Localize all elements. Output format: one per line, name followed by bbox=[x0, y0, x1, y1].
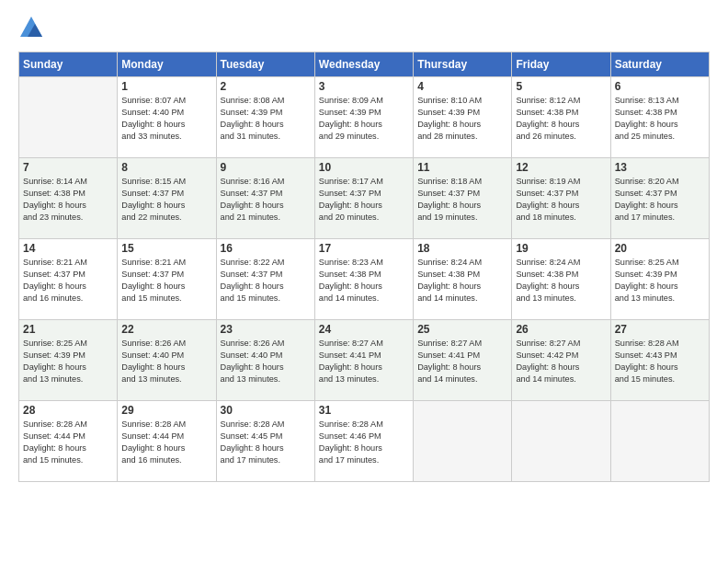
day-info: Sunrise: 8:27 AM Sunset: 4:42 PM Dayligh… bbox=[516, 338, 606, 385]
calendar-cell: 24Sunrise: 8:27 AM Sunset: 4:41 PM Dayli… bbox=[314, 320, 413, 401]
calendar-cell: 4Sunrise: 8:10 AM Sunset: 4:39 PM Daylig… bbox=[414, 77, 512, 158]
calendar-week-row: 14Sunrise: 8:21 AM Sunset: 4:37 PM Dayli… bbox=[19, 239, 710, 320]
day-number: 23 bbox=[221, 323, 311, 336]
calendar-cell: 30Sunrise: 8:28 AM Sunset: 4:45 PM Dayli… bbox=[216, 401, 314, 482]
day-number: 5 bbox=[516, 80, 606, 93]
calendar-cell: 19Sunrise: 8:24 AM Sunset: 4:38 PM Dayli… bbox=[512, 239, 610, 320]
day-info: Sunrise: 8:16 AM Sunset: 4:37 PM Dayligh… bbox=[221, 176, 311, 224]
calendar-cell: 14Sunrise: 8:21 AM Sunset: 4:37 PM Dayli… bbox=[19, 239, 118, 320]
page: SundayMondayTuesdayWednesdayThursdayFrid… bbox=[0, 0, 728, 563]
day-info: Sunrise: 8:07 AM Sunset: 4:40 PM Dayligh… bbox=[121, 95, 211, 143]
day-info: Sunrise: 8:12 AM Sunset: 4:38 PM Dayligh… bbox=[516, 95, 606, 143]
day-number: 4 bbox=[417, 80, 507, 93]
day-info: Sunrise: 8:10 AM Sunset: 4:39 PM Dayligh… bbox=[417, 95, 507, 143]
calendar-week-row: 28Sunrise: 8:28 AM Sunset: 4:44 PM Dayli… bbox=[19, 401, 710, 482]
day-number: 3 bbox=[319, 80, 409, 93]
day-info: Sunrise: 8:28 AM Sunset: 4:44 PM Dayligh… bbox=[23, 419, 113, 466]
day-info: Sunrise: 8:23 AM Sunset: 4:38 PM Dayligh… bbox=[319, 257, 409, 304]
calendar-cell bbox=[512, 401, 610, 482]
day-info: Sunrise: 8:19 AM Sunset: 4:37 PM Dayligh… bbox=[516, 176, 606, 224]
day-info: Sunrise: 8:24 AM Sunset: 4:38 PM Dayligh… bbox=[417, 257, 507, 304]
day-number: 18 bbox=[417, 242, 507, 255]
calendar-cell bbox=[610, 401, 709, 482]
logo-icon bbox=[18, 15, 44, 40]
calendar-cell: 9Sunrise: 8:16 AM Sunset: 4:37 PM Daylig… bbox=[216, 158, 314, 239]
calendar-cell: 10Sunrise: 8:17 AM Sunset: 4:37 PM Dayli… bbox=[314, 158, 413, 239]
calendar-cell: 20Sunrise: 8:25 AM Sunset: 4:39 PM Dayli… bbox=[610, 239, 709, 320]
day-info: Sunrise: 8:25 AM Sunset: 4:39 PM Dayligh… bbox=[615, 257, 705, 304]
day-header: Thursday bbox=[414, 52, 512, 77]
day-number: 22 bbox=[121, 323, 211, 336]
calendar-cell: 29Sunrise: 8:28 AM Sunset: 4:44 PM Dayli… bbox=[118, 401, 216, 482]
calendar: SundayMondayTuesdayWednesdayThursdayFrid… bbox=[18, 52, 710, 482]
day-header: Friday bbox=[512, 52, 610, 77]
calendar-cell: 15Sunrise: 8:21 AM Sunset: 4:37 PM Dayli… bbox=[118, 239, 216, 320]
day-info: Sunrise: 8:13 AM Sunset: 4:38 PM Dayligh… bbox=[615, 95, 705, 143]
day-header: Saturday bbox=[610, 52, 709, 77]
day-number: 24 bbox=[319, 323, 409, 336]
calendar-cell: 7Sunrise: 8:14 AM Sunset: 4:38 PM Daylig… bbox=[19, 158, 118, 239]
calendar-cell: 26Sunrise: 8:27 AM Sunset: 4:42 PM Dayli… bbox=[512, 320, 610, 401]
calendar-cell: 11Sunrise: 8:18 AM Sunset: 4:37 PM Dayli… bbox=[414, 158, 512, 239]
day-header: Wednesday bbox=[314, 52, 413, 77]
day-info: Sunrise: 8:08 AM Sunset: 4:39 PM Dayligh… bbox=[221, 95, 311, 143]
day-number: 27 bbox=[615, 323, 705, 336]
day-number: 7 bbox=[23, 161, 113, 174]
calendar-cell: 13Sunrise: 8:20 AM Sunset: 4:37 PM Dayli… bbox=[610, 158, 709, 239]
calendar-cell: 5Sunrise: 8:12 AM Sunset: 4:38 PM Daylig… bbox=[512, 77, 610, 158]
day-info: Sunrise: 8:14 AM Sunset: 4:38 PM Dayligh… bbox=[23, 176, 113, 224]
day-number: 10 bbox=[319, 161, 409, 174]
day-info: Sunrise: 8:28 AM Sunset: 4:43 PM Dayligh… bbox=[615, 338, 705, 385]
calendar-cell: 12Sunrise: 8:19 AM Sunset: 4:37 PM Dayli… bbox=[512, 158, 610, 239]
day-info: Sunrise: 8:25 AM Sunset: 4:39 PM Dayligh… bbox=[23, 338, 113, 385]
day-number: 30 bbox=[221, 404, 311, 417]
day-number: 25 bbox=[417, 323, 507, 336]
calendar-week-row: 21Sunrise: 8:25 AM Sunset: 4:39 PM Dayli… bbox=[19, 320, 710, 401]
day-info: Sunrise: 8:20 AM Sunset: 4:37 PM Dayligh… bbox=[615, 176, 705, 224]
day-info: Sunrise: 8:27 AM Sunset: 4:41 PM Dayligh… bbox=[417, 338, 507, 385]
day-number: 6 bbox=[615, 80, 705, 93]
calendar-cell: 8Sunrise: 8:15 AM Sunset: 4:37 PM Daylig… bbox=[118, 158, 216, 239]
day-info: Sunrise: 8:26 AM Sunset: 4:40 PM Dayligh… bbox=[121, 338, 211, 385]
calendar-cell: 25Sunrise: 8:27 AM Sunset: 4:41 PM Dayli… bbox=[414, 320, 512, 401]
day-number: 8 bbox=[121, 161, 211, 174]
day-number: 21 bbox=[23, 323, 113, 336]
day-number: 31 bbox=[319, 404, 409, 417]
logo bbox=[18, 15, 48, 40]
day-number: 26 bbox=[516, 323, 606, 336]
day-info: Sunrise: 8:17 AM Sunset: 4:37 PM Dayligh… bbox=[319, 176, 409, 224]
day-number: 20 bbox=[615, 242, 705, 255]
calendar-cell: 21Sunrise: 8:25 AM Sunset: 4:39 PM Dayli… bbox=[19, 320, 118, 401]
day-info: Sunrise: 8:09 AM Sunset: 4:39 PM Dayligh… bbox=[319, 95, 409, 143]
day-info: Sunrise: 8:18 AM Sunset: 4:37 PM Dayligh… bbox=[417, 176, 507, 224]
day-number: 16 bbox=[221, 242, 311, 255]
day-number: 29 bbox=[121, 404, 211, 417]
day-header: Monday bbox=[118, 52, 216, 77]
calendar-cell: 23Sunrise: 8:26 AM Sunset: 4:40 PM Dayli… bbox=[216, 320, 314, 401]
calendar-cell: 18Sunrise: 8:24 AM Sunset: 4:38 PM Dayli… bbox=[414, 239, 512, 320]
calendar-cell: 27Sunrise: 8:28 AM Sunset: 4:43 PM Dayli… bbox=[610, 320, 709, 401]
calendar-cell: 17Sunrise: 8:23 AM Sunset: 4:38 PM Dayli… bbox=[314, 239, 413, 320]
day-info: Sunrise: 8:22 AM Sunset: 4:37 PM Dayligh… bbox=[221, 257, 311, 304]
day-info: Sunrise: 8:28 AM Sunset: 4:46 PM Dayligh… bbox=[319, 419, 409, 466]
day-number: 15 bbox=[121, 242, 211, 255]
day-info: Sunrise: 8:28 AM Sunset: 4:45 PM Dayligh… bbox=[221, 419, 311, 466]
day-info: Sunrise: 8:28 AM Sunset: 4:44 PM Dayligh… bbox=[121, 419, 211, 466]
calendar-cell bbox=[414, 401, 512, 482]
day-number: 1 bbox=[121, 80, 211, 93]
day-number: 13 bbox=[615, 161, 705, 174]
day-number: 11 bbox=[417, 161, 507, 174]
day-number: 12 bbox=[516, 161, 606, 174]
day-info: Sunrise: 8:27 AM Sunset: 4:41 PM Dayligh… bbox=[319, 338, 409, 385]
calendar-week-row: 1Sunrise: 8:07 AM Sunset: 4:40 PM Daylig… bbox=[19, 77, 710, 158]
header bbox=[18, 15, 710, 40]
calendar-cell: 31Sunrise: 8:28 AM Sunset: 4:46 PM Dayli… bbox=[314, 401, 413, 482]
calendar-week-row: 7Sunrise: 8:14 AM Sunset: 4:38 PM Daylig… bbox=[19, 158, 710, 239]
day-number: 19 bbox=[516, 242, 606, 255]
day-number: 9 bbox=[221, 161, 311, 174]
day-number: 28 bbox=[23, 404, 113, 417]
day-header: Sunday bbox=[19, 52, 118, 77]
calendar-header-row: SundayMondayTuesdayWednesdayThursdayFrid… bbox=[19, 52, 710, 77]
calendar-cell: 6Sunrise: 8:13 AM Sunset: 4:38 PM Daylig… bbox=[610, 77, 709, 158]
day-header: Tuesday bbox=[216, 52, 314, 77]
